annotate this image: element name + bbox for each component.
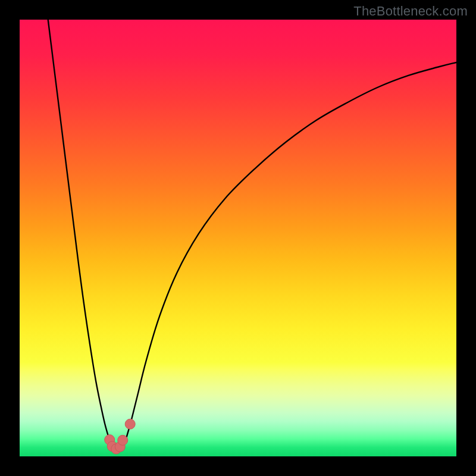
marker-iso-right (125, 419, 135, 429)
marker-min-right-2 (118, 435, 128, 445)
curve-right-branch (122, 62, 456, 446)
watermark-text: TheBottleneck.com (353, 4, 468, 19)
chart-frame: TheBottleneck.com (0, 0, 476, 476)
plot-area (20, 20, 456, 456)
curve-layer (20, 20, 456, 456)
curve-left-branch (48, 20, 114, 447)
